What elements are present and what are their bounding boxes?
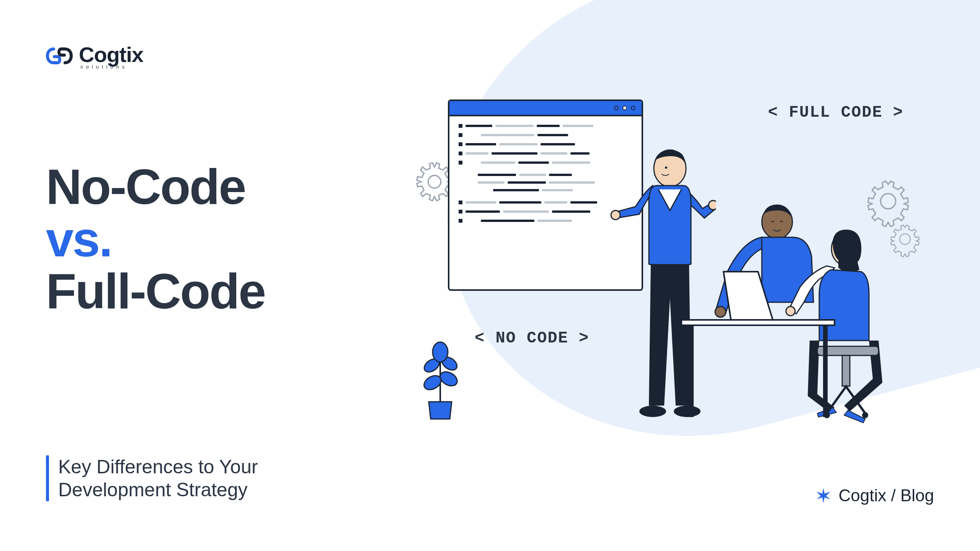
svg-point-12 [715, 306, 726, 317]
headline-line2: Full-Code [46, 263, 265, 319]
subtitle-line1: Key Differences to Your [58, 456, 258, 478]
svg-point-4 [433, 342, 448, 362]
svg-point-6 [665, 166, 667, 169]
svg-point-14 [839, 247, 841, 249]
no-code-label: < NO CODE > [475, 329, 589, 347]
headline: No-Code vs. Full-Code [46, 161, 265, 318]
headline-line1: No-Code [46, 159, 245, 215]
desk-group [666, 195, 903, 425]
asterisk-icon [814, 486, 833, 505]
window-dot-icon [631, 106, 635, 110]
svg-point-15 [786, 306, 795, 316]
accent-bar [46, 455, 49, 501]
window-header [449, 101, 642, 116]
brand-logo: Cogtix solutions [46, 42, 143, 70]
subtitle-block: Key Differences to Your Development Stra… [46, 455, 258, 501]
chain-link-icon [46, 45, 73, 67]
svg-rect-22 [823, 325, 828, 417]
window-dot-icon [622, 106, 627, 110]
brand-name: Cogtix [79, 42, 143, 67]
svg-rect-20 [681, 320, 835, 325]
subtitle-line2: Development Strategy [58, 479, 248, 500]
svg-rect-21 [689, 325, 694, 417]
blog-tag-text: Cogtix / Blog [839, 486, 934, 505]
svg-rect-17 [842, 355, 850, 386]
svg-point-9 [639, 406, 666, 417]
brand-tagline: solutions [80, 64, 143, 70]
blog-tag: Cogtix / Blog [814, 486, 934, 505]
svg-point-19 [862, 412, 868, 418]
headline-vs: vs. [46, 211, 112, 267]
illustration: < NO CODE > < FULL CODE > [425, 99, 923, 444]
window-dot-icon [614, 106, 619, 110]
full-code-label: < FULL CODE > [768, 103, 903, 122]
plant-illustration [413, 306, 467, 421]
svg-point-7 [611, 210, 620, 220]
